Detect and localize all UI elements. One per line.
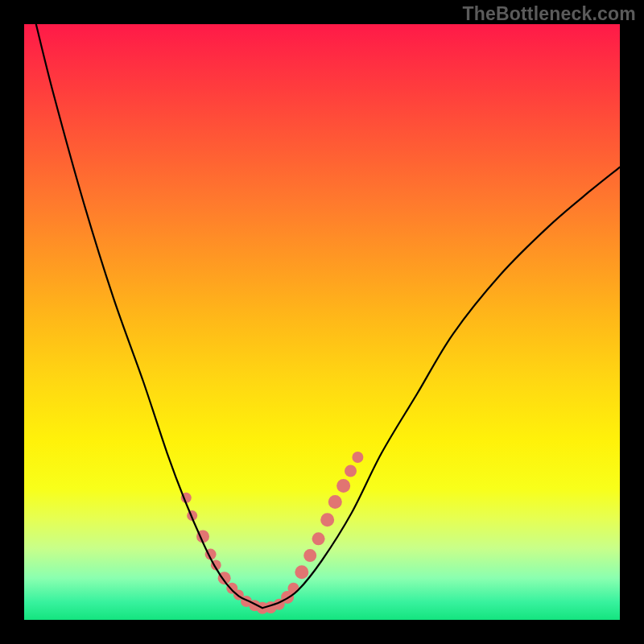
guide-dot (287, 583, 299, 594)
guide-dot (352, 452, 363, 463)
guide-dot (303, 549, 316, 562)
guide-dot (295, 565, 308, 579)
guide-dot (312, 532, 325, 545)
watermark-text: TheBottleneck.com (462, 3, 636, 25)
guide-dot (328, 495, 342, 509)
left-curve (36, 24, 262, 608)
guide-dot (320, 513, 334, 526)
chart-svg (24, 24, 620, 620)
marker-layer (181, 452, 364, 614)
plot-area (24, 24, 620, 620)
guide-dot (345, 465, 357, 477)
chart-frame: TheBottleneck.com (0, 0, 644, 644)
guide-dot (336, 479, 350, 493)
